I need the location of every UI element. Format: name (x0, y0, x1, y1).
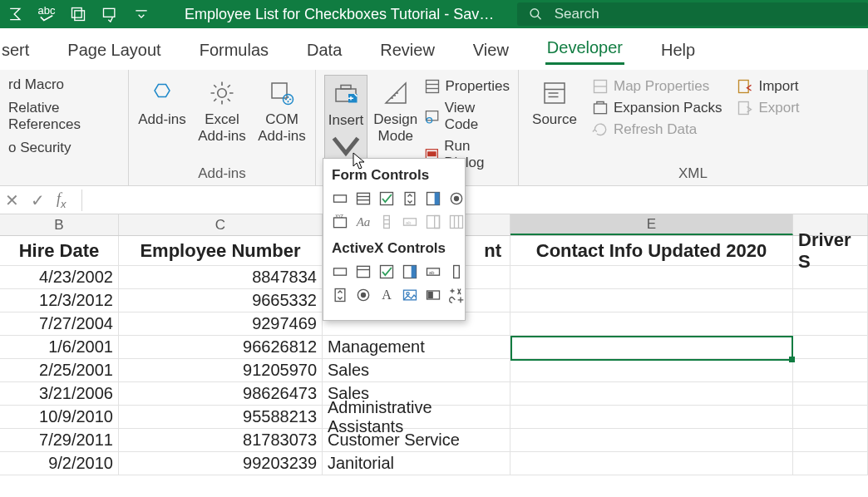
cell-driver[interactable] (793, 452, 868, 475)
ax-label-icon[interactable]: A (377, 285, 397, 305)
cell-employee-number[interactable]: 8847834 (119, 266, 323, 289)
ax-commandbutton-icon[interactable] (330, 262, 350, 282)
accept-formula-icon[interactable]: ✓ (31, 190, 45, 210)
tab-developer[interactable]: Developer (545, 33, 624, 65)
search-input[interactable] (555, 6, 856, 22)
properties-button[interactable]: Properties (424, 78, 510, 95)
view-code-button[interactable]: View Code (424, 100, 510, 133)
table-row[interactable]: 9/2/201099203239Janitorial (0, 452, 868, 475)
cell-employee-number[interactable]: 95588213 (119, 406, 323, 429)
cell-employee-number[interactable]: 9297469 (119, 312, 323, 336)
cell-driver[interactable] (793, 289, 868, 312)
cell-contact-info[interactable] (510, 312, 793, 336)
cell-driver[interactable] (793, 429, 868, 452)
cell-hire-date[interactable]: 4/23/2002 (0, 266, 119, 289)
ax-morecontrols-icon[interactable] (446, 285, 466, 305)
table-row[interactable]: 1/6/200196626812Management (0, 336, 868, 359)
cell-driver[interactable] (793, 312, 868, 336)
form-groupbox-icon[interactable]: XYZ (330, 212, 350, 232)
table-row[interactable]: 2/25/200191205970Sales (0, 359, 868, 382)
qat-icon-4[interactable] (101, 6, 118, 22)
macro-security-button[interactable]: o Security (8, 140, 120, 156)
col-header-b[interactable]: B (0, 214, 119, 235)
cell-department[interactable]: Administrative Assistants (323, 406, 510, 429)
tab-insert[interactable]: sert (0, 36, 31, 65)
search-box[interactable] (517, 2, 868, 26)
table-row[interactable]: 10/9/201095588213Administrative Assistan… (0, 406, 868, 429)
tab-review[interactable]: Review (378, 36, 436, 65)
spellcheck-icon[interactable]: abc (38, 6, 55, 22)
cell-employee-number[interactable]: 96626812 (119, 336, 323, 359)
cell-contact-info[interactable] (510, 266, 793, 289)
qat-icon-3[interactable] (70, 6, 86, 22)
insert-controls-button[interactable]: Insert (324, 75, 367, 163)
col-header-c[interactable]: C (119, 214, 323, 235)
cell-hire-date[interactable]: 10/9/2010 (0, 406, 119, 429)
tab-page-layout[interactable]: Page Layout (66, 36, 162, 65)
fx-icon[interactable]: fx (57, 190, 67, 210)
cell-driver[interactable] (793, 336, 868, 359)
cell-department[interactable]: Customer Service (323, 429, 510, 452)
import-button[interactable]: Import (737, 78, 799, 95)
cell-hire-date[interactable]: 9/2/2010 (0, 452, 119, 475)
cell-employee-number[interactable]: 9665332 (119, 289, 323, 312)
cell-employee-number[interactable]: 99203239 (119, 452, 323, 475)
cell-employee-number[interactable]: 98626473 (119, 382, 323, 406)
tab-help[interactable]: Help (659, 36, 697, 65)
cell-contact-info[interactable] (510, 359, 793, 382)
cancel-formula-icon[interactable]: ✕ (5, 190, 19, 210)
cell-hire-date[interactable]: 7/27/2004 (0, 312, 119, 336)
cell-driver[interactable] (793, 266, 868, 289)
cell-driver[interactable] (793, 359, 868, 382)
cell-driver[interactable] (793, 406, 868, 429)
record-macro-button[interactable]: rd Macro (8, 76, 120, 93)
ax-checkbox-icon[interactable] (377, 262, 397, 282)
cell-driver[interactable] (793, 382, 868, 406)
table-row[interactable]: 7/29/201181783073Customer Service (0, 429, 868, 452)
ax-textbox-icon[interactable]: ab (423, 262, 443, 282)
form-spinner-icon[interactable] (400, 189, 420, 209)
cell-hire-date[interactable]: 12/3/2012 (0, 289, 119, 312)
relative-references-button[interactable]: Relative References (8, 100, 120, 133)
form-checkbox-icon[interactable] (377, 189, 397, 209)
form-label-icon[interactable]: Aa (353, 212, 373, 232)
cell-department[interactable]: Janitorial (323, 452, 510, 475)
cell-contact-info[interactable] (510, 429, 793, 452)
cell-department[interactable]: Management (323, 336, 510, 359)
form-optionbutton-icon[interactable] (446, 189, 466, 209)
ax-listbox-icon[interactable] (400, 262, 420, 282)
form-button-icon[interactable] (330, 189, 350, 209)
cell-employee-number[interactable]: 91205970 (119, 359, 323, 382)
cell-contact-info[interactable] (510, 289, 793, 312)
col-header-e[interactable]: E (510, 214, 793, 235)
cell-contact-info[interactable] (510, 382, 793, 406)
expansion-packs-button[interactable]: Expansion Packs (592, 100, 722, 116)
source-button[interactable]: Source (527, 75, 582, 128)
tab-data[interactable]: Data (305, 36, 343, 65)
cell-department[interactable]: Sales (323, 359, 510, 382)
ax-combobox-icon[interactable] (353, 262, 373, 282)
autosum-icon[interactable] (7, 6, 23, 22)
cell-hire-date[interactable]: 2/25/2001 (0, 359, 119, 382)
cell-employee-number[interactable]: 81783073 (119, 429, 323, 452)
cell-hire-date[interactable]: 3/21/2006 (0, 382, 119, 406)
design-mode-button[interactable]: Design Mode (372, 75, 418, 144)
tab-view[interactable]: View (471, 36, 510, 65)
form-combobox-icon[interactable] (353, 189, 373, 209)
com-addins-button[interactable]: COM Add-ins (257, 75, 307, 144)
addins-button[interactable]: Add-ins (137, 75, 187, 128)
ax-image-icon[interactable] (400, 285, 420, 305)
ax-togglebutton-icon[interactable] (423, 285, 443, 305)
ax-optionbutton-icon[interactable] (353, 285, 373, 305)
ax-scrollbar-icon[interactable] (446, 262, 466, 282)
tab-formulas[interactable]: Formulas (198, 36, 270, 65)
cell-contact-info[interactable] (510, 452, 793, 475)
cell-hire-date[interactable]: 7/29/2011 (0, 429, 119, 452)
excel-addins-button[interactable]: Excel Add-ins (197, 75, 247, 144)
qat-customize-icon[interactable] (133, 6, 150, 22)
cell-contact-info[interactable] (510, 336, 793, 359)
ax-spinner-icon[interactable] (330, 285, 350, 305)
form-listbox-icon[interactable] (423, 189, 443, 209)
cell-hire-date[interactable]: 1/6/2001 (0, 336, 119, 359)
cell-contact-info[interactable] (510, 406, 793, 429)
